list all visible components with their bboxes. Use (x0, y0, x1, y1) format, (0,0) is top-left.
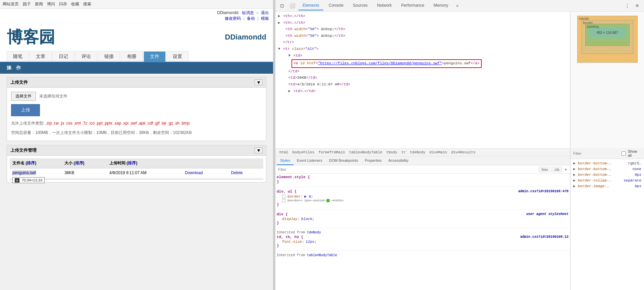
tab-settings[interactable]: 设置 (166, 51, 189, 62)
prop-expand-1[interactable]: ▶ (573, 161, 577, 165)
add-style-btn[interactable]: + (565, 167, 567, 172)
tab-file[interactable]: 文件 (144, 51, 166, 62)
nav-garden[interactable]: 园子 (23, 1, 31, 7)
styles-tabs: Styles Event Listeners DOM Breakpoints P… (275, 156, 570, 165)
inherited-bodytable-link[interactable]: table#BodyTable (307, 253, 337, 257)
tab-elements[interactable]: Elements (299, 1, 323, 10)
cell-delete[interactable]: Delete (228, 168, 263, 177)
styles-tab-accessibility[interactable]: Accessibility (385, 156, 412, 165)
operation-bar: 操 作 (0, 62, 273, 74)
username: DDiamondd (217, 10, 238, 15)
nav-collect[interactable]: 收藏 (71, 1, 79, 7)
styles-tab-styles[interactable]: Styles (277, 156, 293, 165)
prop-expand-3[interactable]: ▶ (573, 172, 577, 177)
expand-6[interactable]: ▼ (278, 47, 280, 51)
nav-bask[interactable]: 博问 (47, 1, 55, 7)
tab-console[interactable]: Console (325, 1, 347, 10)
tag-th-4: <th width="50"> (286, 34, 319, 38)
prop-expand-5[interactable]: ▶ (573, 184, 577, 188)
hov-btn[interactable]: :hov (539, 167, 550, 172)
upload-collapse-btn[interactable]: ▼ (255, 79, 263, 85)
inherited-td-link[interactable]: td#Body (307, 231, 321, 234)
tab-album[interactable]: 相册 (121, 51, 143, 62)
more-tabs-btn[interactable]: » (453, 2, 461, 9)
prop-expand-4[interactable]: ▶ (573, 178, 577, 183)
filelist-collapse-btn[interactable]: ▼ (255, 147, 263, 153)
col-filename: 文件名 (排序) (10, 158, 62, 168)
tab-comment[interactable]: 评论 (75, 51, 97, 62)
tree-line-8[interactable]: <a id href="https://files.cnblogs.com/fi… (290, 59, 569, 68)
expand-1[interactable]: ▶ (278, 14, 280, 18)
tab-memory[interactable]: Memory (430, 1, 452, 10)
devtools-close-btn[interactable]: ✕ (633, 2, 641, 10)
nav-search[interactable]: 搜索 (83, 1, 91, 7)
css-source-td-th-h3[interactable]: admin.css?id=20190109:12 (520, 235, 569, 239)
border-bottom-dash: – (585, 47, 587, 50)
props-filter-input[interactable] (573, 151, 620, 155)
box-padding-label: padding (587, 25, 599, 28)
cell-download[interactable]: Download (182, 168, 228, 177)
css-selector-td-th-h3: td, th, h3 { admin.css?id=20190109:12 (277, 235, 569, 239)
cell-time: 4/8/2019 9:11:07 AM (107, 168, 182, 177)
file-link[interactable]: penguins.swf (12, 170, 36, 175)
breadcrumb-body[interactable]: body#Files (291, 150, 316, 155)
styles-filter-input[interactable] (278, 167, 536, 171)
styles-tab-properties[interactable]: Properties (362, 156, 385, 165)
nav-news[interactable]: 新闻 (35, 1, 43, 7)
filelist-title: 上传文件管理 (10, 147, 37, 153)
cb-border1[interactable] (282, 195, 285, 198)
sort-filename[interactable]: 排序 (27, 161, 35, 165)
prop-name-3: border-bottom-… (578, 173, 635, 177)
css-source-div-ul[interactable]: admin.css?id=20190109:478 (518, 190, 569, 193)
devtools-menu-btn[interactable]: ⋮ (623, 1, 632, 10)
breadcrumb-tbody[interactable]: tbody (385, 150, 399, 155)
breadcrumb-div-results[interactable]: div#Results (450, 150, 477, 155)
prop-val-5: 0px (635, 184, 641, 188)
nav-flash[interactable]: 闪存 (59, 1, 67, 7)
choose-file-btn[interactable]: 选择文件 (11, 92, 36, 101)
logout-link[interactable]: 退出 (261, 10, 269, 15)
breadcrumb-table[interactable]: table#BodyTable (348, 150, 384, 155)
breadcrumb-td-body[interactable]: td#Body (409, 150, 427, 155)
tab-link[interactable]: 链接 (98, 51, 120, 62)
expand-12[interactable]: ▶ (288, 89, 291, 93)
tab-suibi[interactable]: 随笔 (7, 51, 29, 62)
breadcrumb-form[interactable]: form#frmMain (317, 150, 346, 155)
props-list: ▶ border-bottom-… rgb(5… ▶ border-bottom… (571, 159, 644, 290)
devtools-main: ▶ <th>…</th> ▶ <th>…</th> <th width="50"… (275, 12, 644, 290)
cls-btn[interactable]: .cls (551, 167, 562, 172)
prop-expand-2[interactable]: ▶ (573, 167, 577, 171)
nav-home[interactable]: 网站首页 (3, 1, 19, 7)
styles-tab-dom-breakpoints[interactable]: DOM Breakpoints (326, 156, 362, 165)
text-4: &nbsp; (319, 34, 334, 38)
prop-name-border2: border: (287, 199, 303, 203)
tab-performance[interactable]: Performance (397, 1, 428, 10)
breadcrumb-div-main[interactable]: div#Main (428, 150, 448, 155)
prop-name-display: display: (282, 217, 300, 221)
download-link[interactable]: Download (185, 170, 203, 175)
inspect-icon-btn[interactable]: ⊡ (278, 2, 286, 10)
tab-network[interactable]: Network (373, 1, 396, 10)
upload-btn[interactable]: 上传 (11, 104, 40, 116)
close-th-4: </th> (334, 34, 345, 38)
expand-2[interactable]: ▶ (278, 21, 280, 25)
device-icon-btn[interactable]: ⬜ (287, 2, 297, 10)
breadcrumb-html[interactable]: html (278, 150, 289, 155)
cb-border2[interactable] (282, 199, 285, 202)
tab-sources[interactable]: Sources (349, 1, 372, 10)
tab-article[interactable]: 文章 (30, 51, 52, 62)
highlighted-a-tag: <a id href="https://files.cnblogs.com/fi… (291, 59, 482, 68)
backup-link[interactable]: 备份 (247, 16, 255, 21)
change-pwd-link[interactable]: 修改密码 (225, 16, 241, 21)
sort-time[interactable]: 排序 (128, 161, 136, 165)
breadcrumb-tr[interactable]: tr (400, 150, 407, 155)
short-message-link[interactable]: 短消息 (242, 10, 254, 15)
expand-7[interactable]: ▼ (288, 54, 291, 58)
sort-size[interactable]: 排序 (75, 161, 83, 165)
html-tree[interactable]: ▶ <th>…</th> ▶ <th>…</th> <th width="50"… (275, 12, 570, 148)
show-all-checkbox[interactable] (622, 151, 626, 156)
tab-diary[interactable]: 日记 (52, 51, 74, 62)
template-link[interactable]: 模板 (261, 16, 269, 21)
styles-tab-event-listeners[interactable]: Event Listeners (293, 156, 326, 165)
delete-link[interactable]: Delete (231, 170, 243, 175)
